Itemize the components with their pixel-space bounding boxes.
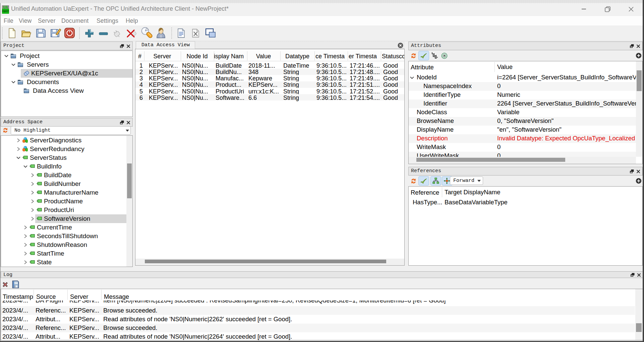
svg-text:expert: expert: [2, 10, 9, 12]
svg-text:UA: UA: [3, 5, 8, 9]
